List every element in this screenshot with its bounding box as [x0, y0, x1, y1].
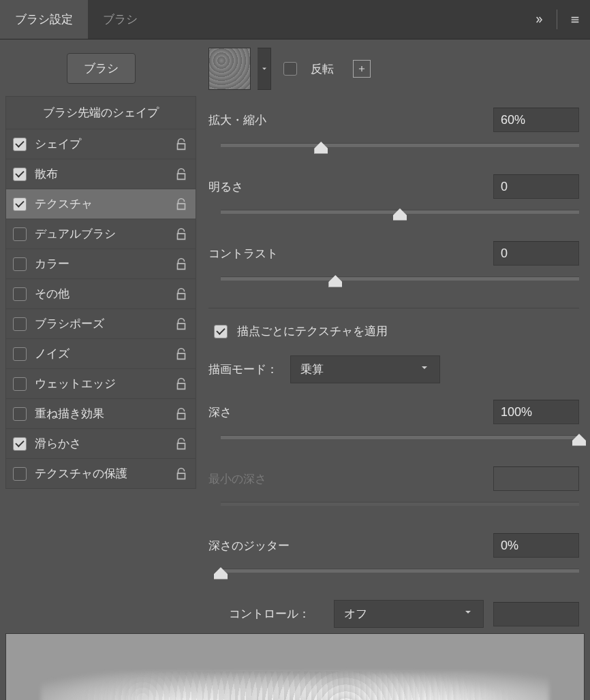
lock-icon[interactable]	[174, 137, 189, 152]
contrast-value[interactable]: 0	[493, 241, 579, 266]
option-label: デュアルブラシ	[35, 226, 166, 242]
topbar-separator	[557, 10, 557, 29]
topbar-spacer	[153, 0, 524, 39]
option-checkbox[interactable]	[13, 197, 27, 211]
brightness-value[interactable]: 0	[493, 174, 579, 199]
scale-slider[interactable]	[221, 139, 579, 158]
lock-icon[interactable]	[174, 227, 189, 242]
separator	[208, 308, 579, 308]
contrast-slider[interactable]	[221, 272, 579, 291]
option-label: 散布	[35, 166, 166, 182]
brush-preview	[5, 633, 585, 700]
tab-brush-settings[interactable]: ブラシ設定	[0, 0, 88, 39]
texture-dropdown-icon[interactable]	[258, 48, 271, 90]
scale-value[interactable]: 60%	[493, 108, 579, 132]
option-row-7[interactable]: ノイズ	[6, 339, 196, 369]
option-checkbox[interactable]	[13, 257, 27, 271]
option-row-9[interactable]: 重ね描き効果	[6, 399, 196, 429]
depth-value[interactable]: 100%	[493, 400, 579, 424]
lock-icon[interactable]	[174, 347, 189, 362]
option-label: ウェットエッジ	[35, 376, 166, 392]
brightness-slider[interactable]	[221, 206, 579, 225]
option-checkbox[interactable]	[13, 168, 27, 181]
lock-icon[interactable]	[174, 377, 189, 392]
contrast-label: コントラスト	[208, 246, 278, 261]
option-checkbox[interactable]	[13, 317, 27, 331]
lock-icon[interactable]	[174, 167, 189, 182]
option-label: ブラシポーズ	[35, 316, 166, 332]
option-row-3[interactable]: デュアルブラシ	[6, 219, 196, 249]
option-row-0[interactable]: シェイプ	[6, 129, 196, 159]
depth-jitter-slider[interactable]	[221, 564, 579, 584]
option-checkbox[interactable]	[13, 437, 27, 451]
collapse-icon[interactable]	[524, 0, 554, 39]
brush-options-list: ブラシ先端のシェイプ シェイプ散布テクスチャデュアルブラシカラーその他ブラシポー…	[5, 96, 196, 489]
option-row-4[interactable]: カラー	[6, 249, 196, 279]
option-checkbox[interactable]	[13, 407, 27, 421]
apply-per-tip-checkbox[interactable]	[214, 325, 228, 338]
lock-icon[interactable]	[174, 466, 189, 481]
option-checkbox[interactable]	[13, 377, 27, 391]
control-value: オフ	[344, 606, 367, 622]
lock-icon[interactable]	[174, 197, 189, 212]
panel-menu-icon[interactable]	[560, 0, 590, 39]
control-extra-value	[493, 602, 579, 626]
option-row-10[interactable]: 滑らかさ	[6, 429, 196, 459]
option-label: 滑らかさ	[35, 436, 166, 451]
control-select[interactable]: オフ	[334, 600, 484, 628]
depth-label: 深さ	[208, 404, 232, 420]
option-label: カラー	[35, 256, 166, 272]
option-header[interactable]: ブラシ先端のシェイプ	[6, 97, 196, 129]
option-row-5[interactable]: その他	[6, 279, 196, 309]
option-checkbox[interactable]	[13, 227, 27, 241]
mode-select[interactable]: 乗算	[290, 355, 440, 383]
apply-per-tip-label: 描点ごとにテクスチャを適用	[237, 323, 388, 339]
tab-brushes[interactable]: ブラシ	[88, 0, 153, 39]
texture-thumbnail[interactable]	[208, 48, 251, 90]
brightness-label: 明るさ	[208, 179, 243, 195]
min-depth-value	[493, 466, 579, 491]
lock-icon[interactable]	[174, 257, 189, 272]
option-label: シェイプ	[35, 136, 166, 152]
option-row-1[interactable]: 散布	[6, 159, 196, 189]
option-label: ノイズ	[35, 346, 166, 362]
lock-icon[interactable]	[174, 436, 189, 451]
depth-jitter-label: 深さのジッター	[208, 538, 290, 554]
option-checkbox[interactable]	[13, 347, 27, 361]
option-checkbox[interactable]	[13, 287, 27, 301]
option-row-11[interactable]: テクスチャの保護	[6, 459, 196, 488]
mode-label: 描画モード：	[208, 362, 278, 377]
chevron-down-icon	[419, 362, 430, 377]
option-checkbox[interactable]	[13, 467, 27, 481]
option-row-6[interactable]: ブラシポーズ	[6, 309, 196, 339]
lock-icon[interactable]	[174, 407, 189, 421]
chevron-down-icon	[463, 607, 473, 621]
min-depth-label: 最小の深さ	[208, 471, 266, 487]
control-label: コントロール：	[229, 606, 310, 622]
depth-slider[interactable]	[221, 431, 579, 450]
brush-picker-button[interactable]: ブラシ	[67, 53, 136, 84]
lock-icon[interactable]	[174, 317, 189, 332]
invert-label: 反転	[311, 61, 334, 77]
option-row-2[interactable]: テクスチャ	[6, 189, 196, 219]
option-label: テクスチャ	[35, 196, 166, 212]
invert-checkbox[interactable]	[283, 62, 297, 76]
scale-label: 拡大・縮小	[208, 112, 266, 128]
option-checkbox[interactable]	[13, 138, 27, 151]
lock-icon[interactable]	[174, 287, 189, 302]
option-label: 重ね描き効果	[35, 406, 166, 421]
option-label: テクスチャの保護	[35, 466, 166, 481]
depth-jitter-value[interactable]: 0%	[493, 533, 579, 558]
mode-value: 乗算	[300, 362, 324, 377]
min-depth-slider	[221, 498, 579, 517]
option-row-8[interactable]: ウェットエッジ	[6, 369, 196, 399]
new-preset-button[interactable]	[353, 60, 371, 78]
option-label: その他	[35, 286, 166, 302]
